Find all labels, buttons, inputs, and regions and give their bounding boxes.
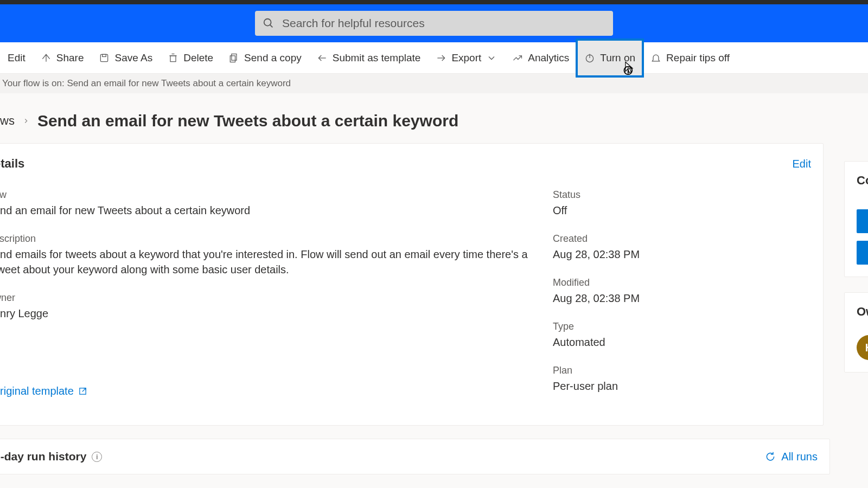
power-icon [584,53,595,63]
run-history-title: 8-day run history [0,450,86,463]
owner-label: wner [0,292,531,304]
details-heading: etails [0,157,24,171]
repair-tips-button[interactable]: Repair tips off [643,42,737,73]
svg-line-1 [270,25,273,28]
send-copy-button[interactable]: Send a copy [221,42,309,73]
copy-icon [228,53,239,63]
flow-label: ow [0,189,531,201]
svg-rect-2 [101,54,108,61]
repair-tips-label: Repair tips off [666,52,730,64]
info-icon[interactable]: i [92,452,102,462]
template-link-text: original template [0,385,74,397]
created-label: Created [553,233,811,245]
breadcrumb: ws Send an email for new Tweets about a … [0,93,868,143]
flow-value: end an email for new Tweets about a cert… [0,203,531,218]
modified-value: Aug 28, 02:38 PM [553,291,811,306]
window-chrome-strip [0,0,868,4]
export-button[interactable]: Export [428,42,505,73]
connections-panel: Co [844,161,868,277]
svg-rect-8 [230,55,235,62]
submit-icon [317,53,328,63]
chevron-right-icon [22,117,30,125]
svg-rect-7 [232,54,237,60]
svg-point-0 [264,19,271,26]
status-message: Your flow is on: Send an email for new T… [0,74,868,93]
status-label: Status [553,189,811,201]
modified-label: Modified [553,277,811,288]
svg-rect-3 [103,54,106,56]
page-title: Send an email for new Tweets about a cer… [37,112,458,130]
export-label: Export [451,52,481,64]
edit-details-link[interactable]: Edit [793,158,811,170]
bell-icon [650,53,661,63]
svg-line-14 [82,388,86,391]
delete-label: Delete [183,52,213,64]
connection-tile[interactable] [857,209,868,233]
description-label: escription [0,233,531,245]
edit-button[interactable]: Edit [0,42,33,73]
command-bar: Edit Share Save As Delete Send a copy Su… [0,42,868,74]
send-copy-label: Send a copy [244,52,302,64]
save-icon [99,53,110,63]
breadcrumb-parent[interactable]: ws [0,114,15,128]
chevron-down-icon [486,53,497,63]
owners-panel: Ow H [844,292,868,373]
details-panel: etails Edit ow end an email for new Twee… [0,143,824,426]
status-value: Off [553,203,811,218]
delete-button[interactable]: Delete [160,42,221,73]
save-as-label: Save As [114,52,152,64]
submit-template-button[interactable]: Submit as template [309,42,429,73]
header-bar: Search for helpful resources [0,4,868,42]
type-label: Type [553,321,811,332]
share-icon [41,53,52,63]
export-icon [436,53,446,63]
share-label: Share [56,52,84,64]
turn-on-label: Turn on [600,52,635,64]
connection-tile[interactable] [857,241,868,265]
refresh-icon [765,451,776,462]
edit-label: Edit [8,52,25,64]
search-input[interactable]: Search for helpful resources [255,11,613,36]
all-runs-link[interactable]: All runs [765,451,818,463]
share-button[interactable]: Share [33,42,92,73]
original-template-link[interactable]: original template [0,385,87,397]
analytics-button[interactable]: Analytics [505,42,577,73]
owners-heading: Ow [857,305,868,319]
external-link-icon [78,387,87,396]
svg-rect-4 [170,55,176,61]
type-value: Automated [553,335,811,350]
turn-on-button[interactable]: Turn on [577,40,643,76]
run-history-panel: 8-day run history i All runs [0,439,830,474]
description-value: end emails for tweets about a keyword th… [0,247,531,277]
submit-template-label: Submit as template [333,52,421,64]
search-icon [263,17,275,29]
created-value: Aug 28, 02:38 PM [553,247,811,262]
owner-value: enry Legge [0,306,531,321]
analytics-label: Analytics [528,52,569,64]
avatar[interactable]: H [857,335,868,360]
delete-icon [168,53,178,63]
connections-heading: Co [857,174,868,188]
analytics-icon [512,53,523,63]
plan-value: Per-user plan [553,378,811,394]
save-as-button[interactable]: Save As [91,42,160,73]
all-runs-text: All runs [781,451,818,463]
search-placeholder: Search for helpful resources [282,17,425,30]
plan-label: Plan [553,365,811,376]
